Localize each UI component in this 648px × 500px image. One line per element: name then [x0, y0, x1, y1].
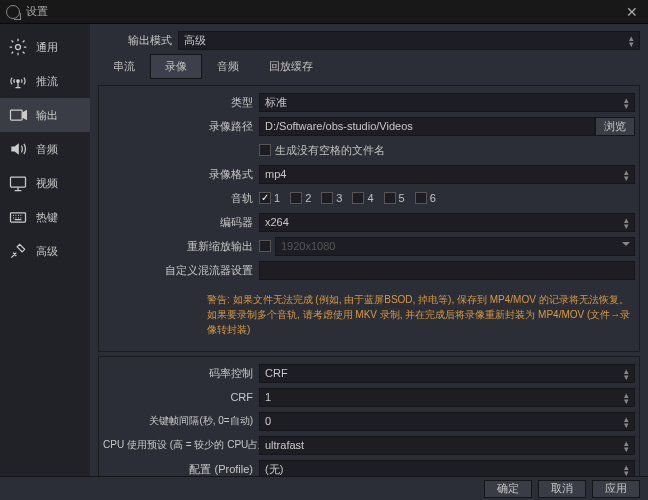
close-icon[interactable]: ✕: [622, 4, 642, 20]
updown-icon: ▴▾: [624, 368, 629, 380]
apply-button[interactable]: 应用: [592, 480, 640, 498]
ok-button[interactable]: 确定: [484, 480, 532, 498]
warning-text: 警告: 如果文件无法完成 (例如, 由于蓝屏BSOD, 掉电等), 保存到 MP…: [203, 284, 635, 345]
sidebar-label: 视频: [36, 176, 58, 191]
output-tabs: 串流 录像 音频 回放缓存: [98, 54, 640, 79]
sidebar: 通用 推流 输出 音频 视频 热键 高级: [0, 24, 90, 476]
preset-label: CPU 使用预设 (高 = 较少的 CPU占用): [103, 438, 259, 452]
encoder-group: 码率控制 CRF▴▾ CRF 1▴▾ 关键帧间隔(秒, 0=自动) 0▴▾ CP…: [98, 356, 640, 476]
sidebar-label: 热键: [36, 210, 58, 225]
rescale-label: 重新缩放输出: [103, 239, 259, 254]
profile-label: 配置 (Profile): [103, 462, 259, 477]
crf-input[interactable]: 1▴▾: [259, 388, 635, 407]
svg-point-0: [16, 45, 21, 50]
sidebar-item-video[interactable]: 视频: [0, 166, 90, 200]
track-4-checkbox[interactable]: [352, 192, 364, 204]
sidebar-label: 通用: [36, 40, 58, 55]
output-mode-select[interactable]: 高级▴▾: [178, 31, 640, 50]
updown-icon: ▴▾: [624, 440, 629, 452]
updown-icon: ▴▾: [629, 35, 634, 47]
sidebar-label: 输出: [36, 108, 58, 123]
sidebar-label: 音频: [36, 142, 58, 157]
format-label: 录像格式: [103, 167, 259, 182]
profile-select[interactable]: (无)▴▾: [259, 460, 635, 477]
cancel-button[interactable]: 取消: [538, 480, 586, 498]
svg-rect-3: [11, 177, 26, 187]
app-icon: [6, 5, 20, 19]
updown-icon: ▴▾: [624, 97, 629, 109]
rate-label: 码率控制: [103, 366, 259, 381]
updown-icon: ▴▾: [624, 416, 629, 428]
keyboard-icon: [8, 207, 28, 227]
tab-audio[interactable]: 音频: [202, 54, 254, 79]
updown-icon: ▴▾: [624, 392, 629, 404]
encoder-label: 编码器: [103, 215, 259, 230]
updown-icon: ▴▾: [624, 169, 629, 181]
track-5-checkbox[interactable]: [384, 192, 396, 204]
track-1-checkbox[interactable]: [259, 192, 271, 204]
sidebar-item-output[interactable]: 输出: [0, 98, 90, 132]
type-select[interactable]: 标准▴▾: [259, 93, 635, 112]
tab-record[interactable]: 录像: [150, 54, 202, 79]
updown-icon: ▴▾: [624, 217, 629, 229]
sidebar-item-general[interactable]: 通用: [0, 30, 90, 64]
monitor-icon: [8, 173, 28, 193]
svg-rect-2: [11, 110, 23, 120]
preset-select[interactable]: ultrafast▴▾: [259, 436, 635, 455]
updown-icon: ▴▾: [624, 464, 629, 476]
main-panel: 输出模式 高级▴▾ 串流 录像 音频 回放缓存 类型 标准▴▾ 录像路径 D:/…: [90, 24, 648, 476]
tools-icon: [8, 241, 28, 261]
titlebar: 设置 ✕: [0, 0, 648, 24]
rate-select[interactable]: CRF▴▾: [259, 364, 635, 383]
track-2-checkbox[interactable]: [290, 192, 302, 204]
rescale-select[interactable]: 1920x1080: [275, 237, 635, 256]
rescale-checkbox[interactable]: [259, 240, 271, 252]
format-select[interactable]: mp4▴▾: [259, 165, 635, 184]
crf-label: CRF: [103, 391, 259, 403]
keyframe-label: 关键帧间隔(秒, 0=自动): [103, 414, 259, 428]
chevron-down-icon: [622, 242, 630, 246]
tracks-label: 音轨: [103, 191, 259, 206]
path-input[interactable]: D:/Software/obs-studio/Videos: [259, 117, 595, 136]
browse-button[interactable]: 浏览: [595, 117, 635, 136]
footer: 确定 取消 应用: [0, 476, 648, 500]
sidebar-item-stream[interactable]: 推流: [0, 64, 90, 98]
antenna-icon: [8, 71, 28, 91]
track-6-checkbox[interactable]: [415, 192, 427, 204]
output-mode-label: 输出模式: [98, 33, 178, 48]
type-label: 类型: [103, 95, 259, 110]
output-icon: [8, 105, 28, 125]
sidebar-item-advanced[interactable]: 高级: [0, 234, 90, 268]
sidebar-item-hotkeys[interactable]: 热键: [0, 200, 90, 234]
window-title: 设置: [26, 4, 622, 19]
sidebar-label: 推流: [36, 74, 58, 89]
sidebar-label: 高级: [36, 244, 58, 259]
muxer-input[interactable]: [259, 261, 635, 280]
encoder-select[interactable]: x264▴▾: [259, 213, 635, 232]
record-group: 类型 标准▴▾ 录像路径 D:/Software/obs-studio/Vide…: [98, 85, 640, 352]
sidebar-item-audio[interactable]: 音频: [0, 132, 90, 166]
muxer-label: 自定义混流器设置: [103, 263, 259, 278]
nospace-checkbox[interactable]: [259, 144, 271, 156]
gear-icon: [8, 37, 28, 57]
nospace-label: 生成没有空格的文件名: [275, 143, 385, 158]
tab-stream[interactable]: 串流: [98, 54, 150, 79]
keyframe-input[interactable]: 0▴▾: [259, 412, 635, 431]
track-3-checkbox[interactable]: [321, 192, 333, 204]
speaker-icon: [8, 139, 28, 159]
tab-replay[interactable]: 回放缓存: [254, 54, 328, 79]
path-label: 录像路径: [103, 119, 259, 134]
